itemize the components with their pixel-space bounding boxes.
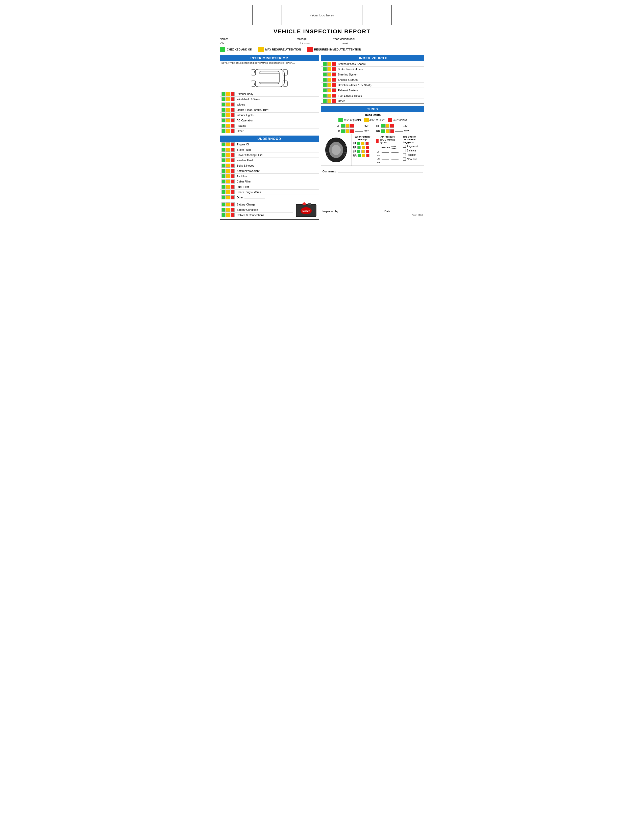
list-item: Exterior Body: [220, 92, 319, 96]
red-box: [230, 190, 235, 194]
comments-line-1[interactable]: [338, 172, 423, 172]
page-title: VEHICLE INSPECTION REPORT: [220, 28, 424, 35]
logo-box-right: [391, 5, 424, 25]
year-make-model-input-line[interactable]: [356, 40, 420, 40]
air-rf-before[interactable]: [382, 156, 389, 156]
item-label: Fuel Filter: [237, 185, 317, 188]
svg-point-17: [332, 145, 341, 155]
vin-row: VIN: License: email:: [220, 42, 424, 45]
vin-label: VIN:: [220, 42, 225, 45]
svg-text:Mighty: Mighty: [302, 210, 310, 212]
color-boxes: [222, 103, 235, 106]
yellow-box: [226, 113, 230, 117]
item-label: Other: [237, 130, 317, 132]
legend-row: CHECKED AND OK MAY REQUIRE ATTENTION REQ…: [220, 47, 424, 52]
comments-extra-line-3[interactable]: [322, 188, 423, 193]
battery-items: Battery Charge Battery Condition Cables …: [222, 202, 293, 217]
rr-value-line[interactable]: [395, 131, 403, 132]
inspected-by-line[interactable]: [344, 212, 379, 212]
lf-wear-label: LF: [353, 142, 356, 145]
mileage-input-line[interactable]: [308, 40, 328, 40]
yellow-box: [226, 153, 230, 157]
comments-extra-line-4[interactable]: [322, 196, 423, 200]
color-boxes: [323, 88, 336, 92]
alignment-checkbox[interactable]: [403, 145, 406, 148]
lr-yellow: [346, 129, 349, 133]
name-row: Name: Mileage: Year/Make/Model:: [220, 37, 424, 40]
main-content: INTERIOR/EXTERIOR NOTE ANY EXISTING EXTE…: [220, 55, 424, 220]
air-lr-label: LR: [376, 158, 381, 161]
red-legend-label: REQUIRES IMMEDIATE ATTENTION: [314, 48, 361, 51]
comments-label: Comments:: [322, 170, 336, 173]
mileage-label: Mileage:: [297, 37, 308, 40]
inspected-row: Inspected by: Date:: [322, 210, 423, 213]
comments-extra-line-1[interactable]: [322, 174, 423, 179]
air-rf-oemspec[interactable]: [391, 156, 399, 156]
green-box: [323, 83, 327, 87]
license-input-line[interactable]: [312, 44, 337, 44]
lf-reading: LF /32": [336, 124, 369, 128]
rotation-checkbox-item: Rotation: [403, 153, 422, 156]
list-item: Brake Lines / Hoses: [321, 66, 424, 72]
lr-value-line[interactable]: [355, 131, 363, 132]
green-box: [222, 129, 225, 133]
green-box: [222, 108, 225, 112]
air-lr-oemspec[interactable]: [391, 159, 399, 160]
color-boxes: [222, 190, 235, 194]
tire-bottom-area: Wear Pattern/Damage LF RF LR: [321, 134, 424, 166]
name-input-line[interactable]: [229, 40, 292, 40]
rotation-checkbox[interactable]: [403, 153, 406, 156]
air-lr-before[interactable]: [382, 159, 389, 160]
list-item: Other: [220, 195, 319, 200]
rf-red: [390, 124, 394, 128]
item-label: Antifreeze/Coolant: [237, 169, 317, 172]
yellow-box: [226, 129, 230, 133]
item-label: Exhaust System: [338, 89, 422, 92]
color-boxes: [222, 97, 235, 101]
item-label: Shocks & Struts: [338, 78, 422, 81]
yellow-box: [327, 62, 331, 66]
list-item: Shocks & Struts: [321, 77, 424, 82]
list-item: Battery Charge: [222, 202, 293, 207]
red-box: [230, 153, 235, 157]
rr-label: RR: [376, 130, 380, 133]
email-input-line[interactable]: [350, 44, 420, 44]
tpms-box: [376, 139, 379, 143]
rr-wear-label: RR: [353, 154, 357, 157]
red-box: [230, 103, 235, 106]
alignment-label: Alignment: [407, 145, 418, 148]
year-make-model-label: Year/Make/Model:: [333, 37, 355, 40]
air-pressure-title: Air Pressure: [376, 135, 399, 138]
color-boxes: [323, 67, 336, 71]
list-item: Wipers: [220, 102, 319, 107]
green-box: [222, 190, 225, 194]
balance-checkbox[interactable]: [403, 149, 406, 152]
comments-extra-line-2[interactable]: [322, 182, 423, 186]
vin-input-line[interactable]: [226, 44, 296, 44]
yellow-box: [226, 169, 230, 173]
other-line[interactable]: [245, 132, 265, 132]
red-legend-box: [307, 47, 313, 52]
color-boxes: [323, 72, 336, 77]
item-label: Wipers: [237, 103, 317, 106]
red-box: [230, 113, 235, 117]
color-boxes: [323, 83, 336, 87]
list-item: Brake Fluid: [220, 147, 319, 152]
date-line[interactable]: [396, 212, 421, 212]
yellow-legend-label: MAY REQUIRE ATTENTION: [265, 48, 301, 51]
tire-svg: [324, 136, 349, 164]
underhood-items: Engine Oil Brake Fluid Power Steering Fl…: [220, 142, 319, 200]
comments-extra-line-5[interactable]: [322, 203, 423, 207]
red-box: [230, 92, 235, 96]
lf-wear-row: LF: [353, 142, 372, 145]
rr-reading: RR /32": [376, 129, 409, 133]
rr-yellow: [386, 129, 390, 133]
svg-rect-3: [283, 70, 287, 75]
newtire-checkbox[interactable]: [403, 158, 406, 161]
color-boxes: [222, 180, 235, 183]
svg-rect-5: [283, 81, 287, 86]
lr-boxes: [341, 129, 354, 133]
green-box: [222, 92, 225, 96]
red-box: [230, 174, 235, 178]
item-label: Other: [237, 196, 317, 199]
